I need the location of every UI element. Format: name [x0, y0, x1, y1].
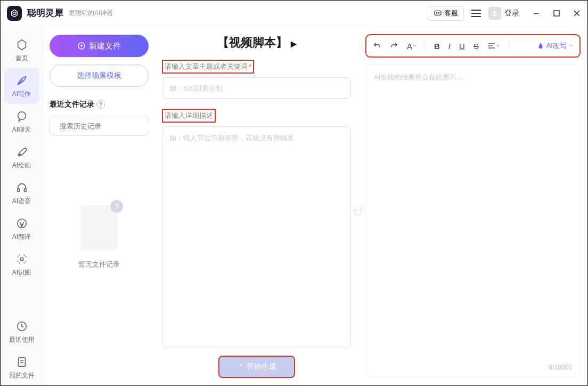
sidebar-item-label: AI语音 [12, 197, 31, 206]
svg-rect-5 [554, 11, 559, 16]
minimize-icon[interactable] [532, 9, 541, 18]
sidebar-item-home[interactable]: 首页 [1, 33, 43, 68]
translate-icon [15, 216, 29, 230]
output-placeholder: AI生成的结果将会在此展示... [374, 73, 462, 81]
feather-icon [15, 74, 29, 87]
svg-point-9 [18, 112, 26, 120]
strikethrough-icon[interactable]: S [473, 42, 479, 51]
sidebar-item-translate[interactable]: AI翻译 [1, 211, 43, 247]
output-textarea[interactable]: AI生成的结果将会在此展示... 0/10000 [366, 65, 580, 377]
close-icon[interactable] [573, 9, 581, 18]
generate-button[interactable]: 开始生成 [219, 357, 294, 377]
detail-textarea[interactable] [162, 126, 351, 348]
hamburger-menu-icon[interactable] [471, 10, 481, 17]
avatar-icon [488, 7, 501, 20]
empty-state: ? 暂无文件记录 [50, 200, 149, 269]
new-file-label: 新建文件 [89, 41, 121, 51]
editor-toolbar: A B I U S AI改写 [366, 35, 580, 57]
chat-icon [434, 9, 442, 18]
sidebar-item-label: 我的文件 [9, 371, 35, 380]
svg-rect-16 [18, 358, 25, 367]
sidebar-item-label: AI写作 [12, 90, 31, 99]
search-input-field[interactable] [60, 122, 149, 130]
sidebar: 首页 AI写作 AI聊天 AI绘画 AI语音 AI翻译 AI识图 最 [1, 26, 43, 385]
svg-rect-0 [435, 11, 441, 15]
svg-point-2 [438, 12, 439, 13]
new-file-button[interactable]: 新建文件 [50, 35, 149, 57]
svg-point-14 [20, 258, 23, 261]
brush-icon [15, 145, 29, 159]
panel-title: 【视频脚本】▶ [162, 35, 351, 51]
sidebar-item-label: AI翻译 [12, 232, 31, 242]
undo-icon[interactable] [373, 42, 381, 50]
font-color-icon[interactable]: A [407, 42, 416, 51]
ai-rewrite-button[interactable]: AI改写 [537, 41, 573, 51]
customer-service-label: 客服 [444, 9, 458, 18]
home-icon [15, 38, 29, 52]
empty-text: 暂无文件记录 [78, 260, 120, 269]
editor-panel: 【视频脚本】▶ 请输入文章主题或者关键词* 请输入详细描述 开始生成 [155, 26, 358, 385]
chevron-down-icon [569, 44, 573, 48]
play-icon[interactable]: ▶ [291, 39, 297, 48]
align-icon[interactable] [487, 42, 500, 50]
topic-input[interactable] [162, 77, 351, 99]
maximize-icon[interactable] [552, 9, 561, 18]
sidebar-item-label: AI绘画 [12, 161, 31, 170]
choose-template-button[interactable]: 选择场景模板 [50, 65, 149, 87]
sidebar-item-label: AI聊天 [12, 125, 31, 134]
ai-rewrite-label: AI改写 [546, 41, 567, 51]
chat-bubble-icon [15, 109, 29, 123]
sidebar-item-myfiles[interactable]: 我的文件 [1, 350, 43, 385]
document-icon [15, 355, 29, 369]
help-icon[interactable]: ? [96, 100, 105, 109]
italic-icon[interactable]: I [448, 42, 451, 51]
titlebar: 聪明灵犀 更聪明的AI神器 客服 登录 [1, 1, 587, 26]
sidebar-item-label: 首页 [15, 54, 28, 63]
login-button[interactable]: 登录 [488, 7, 519, 20]
search-history-input[interactable] [50, 116, 149, 136]
customer-service-button[interactable]: 客服 [428, 6, 464, 21]
app-tagline: 更聪明的AI神器 [69, 9, 113, 18]
generate-label: 开始生成 [247, 362, 276, 372]
sparkle-icon [237, 363, 244, 371]
app-name: 聪明灵犀 [27, 7, 63, 19]
sidebar-item-writing[interactable]: AI写作 [4, 68, 39, 104]
empty-illustration-icon: ? [75, 200, 123, 253]
plus-circle-icon [77, 42, 86, 50]
sidebar-item-label: AI识图 [12, 268, 31, 277]
file-panel: 新建文件 选择场景模板 最近文件记录 ? ? 暂无文件记录 [43, 26, 155, 385]
bold-icon[interactable]: B [434, 42, 440, 51]
topic-field-label: 请输入文章主题或者关键词* [162, 60, 254, 73]
sidebar-item-vision[interactable]: AI识图 [1, 247, 43, 283]
login-label: 登录 [504, 9, 519, 18]
sidebar-item-label: 最近使用 [9, 335, 35, 344]
redo-icon[interactable] [390, 42, 398, 50]
sidebar-item-voice[interactable]: AI语音 [1, 175, 43, 211]
detail-field-label: 请输入详细描述 [162, 109, 215, 122]
drag-handle-icon[interactable]: ⋮⋮ [353, 206, 363, 215]
headphone-icon [15, 181, 29, 195]
clock-icon [15, 319, 29, 333]
sidebar-item-recent[interactable]: 最近使用 [1, 314, 43, 350]
output-panel: ⋮⋮ A B I U S AI改写 AI生成的结果将会在此展示... 0/100… [358, 26, 587, 385]
sidebar-item-paint[interactable]: AI绘画 [1, 140, 43, 175]
svg-point-1 [436, 12, 437, 13]
recent-files-label: 最近文件记录 ? [50, 100, 149, 109]
svg-rect-11 [17, 189, 19, 192]
svg-point-3 [494, 11, 496, 13]
leaf-icon [537, 42, 544, 50]
underline-icon[interactable]: U [459, 42, 465, 51]
sidebar-item-chat[interactable]: AI聊天 [1, 104, 43, 140]
svg-rect-12 [24, 189, 26, 192]
app-logo-icon [7, 6, 22, 21]
image-recognition-icon [15, 252, 29, 266]
char-count: 0/10000 [549, 364, 572, 371]
